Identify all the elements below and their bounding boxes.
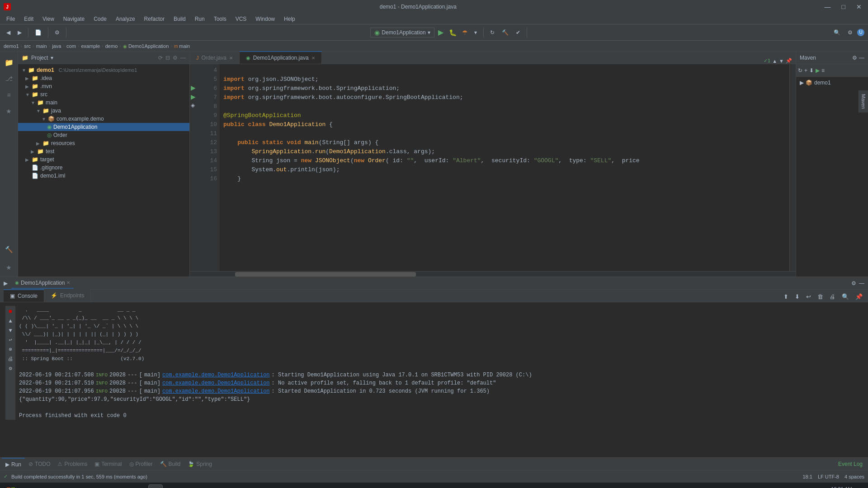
tree-item-java[interactable]: ▼ 📁 java: [18, 107, 189, 115]
indent-size[interactable]: 4 spaces: [844, 474, 864, 479]
back-button[interactable]: ◀: [4, 28, 13, 37]
tree-item-gitignore[interactable]: ▶ 📄 .gitignore: [18, 164, 189, 172]
build-button[interactable]: 🔨: [499, 28, 511, 37]
event-log-tab[interactable]: Event Log: [835, 461, 866, 467]
bottom-todo-tab[interactable]: ⊘ TODO: [25, 458, 54, 470]
bookmarks-tool-button[interactable]: ★: [2, 104, 16, 118]
tree-item-main[interactable]: ▼ 📁 main: [18, 99, 189, 107]
maven-download-icon[interactable]: ⬇: [809, 67, 814, 74]
menu-run[interactable]: Run: [190, 15, 209, 23]
menu-analyze[interactable]: Analyze: [111, 15, 140, 23]
wrap-icon[interactable]: ↩: [9, 336, 12, 344]
console-filter[interactable]: 🔍: [840, 292, 851, 301]
maven-add-icon[interactable]: +: [804, 67, 807, 74]
close-button[interactable]: ✕: [854, 2, 864, 11]
breadcrumb-com[interactable]: com: [66, 43, 76, 49]
teams-button[interactable]: 💬: [112, 484, 127, 488]
scroll-down-icon[interactable]: ▼: [9, 327, 12, 335]
search-taskbar-button[interactable]: ⊞: [22, 484, 36, 488]
start-button[interactable]: [4, 484, 18, 488]
project-settings-button[interactable]: ⚙: [52, 28, 62, 37]
cursor-position[interactable]: 18:1: [802, 474, 812, 479]
outlook-button[interactable]: ✉: [76, 484, 90, 488]
breadcrumb-main-method[interactable]: m main: [174, 43, 190, 49]
run-gutter-icon-8[interactable]: ▶: [191, 84, 196, 91]
run-settings-icon[interactable]: ⚙: [851, 280, 856, 286]
clear-console-icon[interactable]: ⊗: [9, 346, 12, 354]
menu-refactor[interactable]: Refactor: [140, 15, 169, 23]
console-pin[interactable]: 📌: [854, 292, 864, 301]
tab-order-java[interactable]: J Order.java ✕: [190, 52, 240, 64]
tree-item-target[interactable]: ▶ 📁 target: [18, 155, 189, 164]
code-editor[interactable]: import org.json.JSONObject; import org.s…: [220, 64, 789, 271]
line-ending[interactable]: LF UTF-8: [818, 474, 839, 479]
menu-tools[interactable]: Tools: [209, 15, 231, 23]
project-collapse-icon[interactable]: ⊟: [165, 55, 170, 61]
maven-more-icon[interactable]: ≡: [821, 67, 825, 74]
console-soft-wrap[interactable]: ↩: [804, 292, 813, 301]
maven-settings-icon[interactable]: ⚙: [852, 55, 857, 61]
settings-icon[interactable]: ⚙: [9, 365, 12, 373]
console-print[interactable]: 🖨: [828, 292, 837, 301]
tree-item-resources[interactable]: ▶ 📁 resources: [18, 139, 189, 147]
breadcrumb-demo[interactable]: demo: [105, 43, 118, 49]
tree-item-idea[interactable]: ▶ 📁 .idea: [18, 74, 189, 82]
console-clear[interactable]: 🗑: [816, 292, 825, 301]
stop-icon[interactable]: ■: [9, 308, 12, 316]
tree-item-demo1application[interactable]: ◉ Demo1Application: [18, 123, 189, 131]
menu-file[interactable]: File: [2, 15, 19, 23]
print-icon[interactable]: 🖨: [8, 355, 13, 363]
maven-run-icon[interactable]: ▶: [816, 67, 820, 74]
debug-point-11[interactable]: ◈: [191, 102, 195, 108]
more-run-button[interactable]: ▾: [472, 28, 480, 37]
menu-build[interactable]: Build: [169, 15, 190, 23]
project-tool-button[interactable]: 📁: [2, 55, 16, 70]
chrome-button[interactable]: 🔵: [130, 484, 145, 488]
taskview-button[interactable]: ▣: [40, 484, 54, 488]
menu-vcs[interactable]: VCS: [231, 15, 251, 23]
editor-up-button[interactable]: ▲: [772, 58, 777, 64]
project-close-icon[interactable]: —: [180, 55, 186, 61]
commit-tool-button[interactable]: ⎇: [2, 71, 16, 86]
run-button[interactable]: ▶: [436, 27, 445, 38]
breadcrumb-src[interactable]: src: [24, 43, 31, 49]
run-close-icon[interactable]: —: [859, 280, 864, 286]
run-tab-demo1application[interactable]: ◉ Demo1Application ✕: [11, 278, 74, 289]
settings-gear-button[interactable]: ⚙: [845, 28, 855, 37]
forward-button[interactable]: ▶: [15, 28, 24, 37]
editor-pin-button[interactable]: 📌: [786, 58, 792, 64]
tree-item-demo1iml[interactable]: ▶ 📄 demo1.iml: [18, 172, 189, 180]
breadcrumb-demo1application[interactable]: ◉ Demo1Application: [123, 43, 169, 49]
breadcrumb-example[interactable]: example: [81, 43, 100, 49]
menu-edit[interactable]: Edit: [19, 15, 38, 23]
menu-view[interactable]: View: [38, 15, 59, 23]
project-dropdown[interactable]: ▾: [51, 55, 53, 61]
bottom-problems-tab[interactable]: ⚠ Problems: [54, 458, 91, 470]
bottom-spring-tab[interactable]: 🍃 Spring: [184, 458, 216, 470]
breadcrumb-main[interactable]: main: [36, 43, 47, 49]
recent-files-button[interactable]: 📄: [32, 28, 44, 37]
tree-item-mvn[interactable]: ▶ 📁 .mvn: [18, 82, 189, 90]
tree-item-demo1[interactable]: ▼ 📁 demo1 C:\Users\znemanja\Desktop\demo…: [18, 66, 189, 74]
tree-item-src[interactable]: ▼ 📁 src: [18, 90, 189, 99]
breadcrumb-java[interactable]: java: [52, 43, 61, 49]
run-tab-close[interactable]: ✕: [66, 280, 70, 285]
editor-horizontal-scrollbar[interactable]: [190, 271, 796, 277]
coverage-button[interactable]: ☂: [460, 28, 470, 37]
editor-down-button[interactable]: ▼: [779, 58, 784, 64]
explorer-button[interactable]: 📁: [58, 484, 72, 488]
vertical-tab-maven[interactable]: Maven: [859, 90, 868, 113]
tab-endpoints[interactable]: ⚡ Endpoints: [44, 289, 91, 302]
menu-help[interactable]: Help: [279, 15, 300, 23]
project-settings-icon[interactable]: ⚙: [173, 55, 178, 61]
scroll-up-icon[interactable]: ▲: [9, 317, 12, 325]
ie-button[interactable]: 🌐: [94, 484, 108, 488]
tree-item-test[interactable]: ▶ 📁 test: [18, 147, 189, 155]
bottom-profiler-tab[interactable]: ◎ Profiler: [126, 458, 156, 470]
commit-button[interactable]: ✔: [513, 28, 523, 37]
menu-code[interactable]: Code: [89, 15, 111, 23]
menu-window[interactable]: Window: [251, 15, 279, 23]
sync-button[interactable]: ↻: [487, 28, 497, 37]
tab-order-close[interactable]: ✕: [229, 56, 233, 61]
favorites-tool-button[interactable]: ★: [2, 260, 16, 275]
